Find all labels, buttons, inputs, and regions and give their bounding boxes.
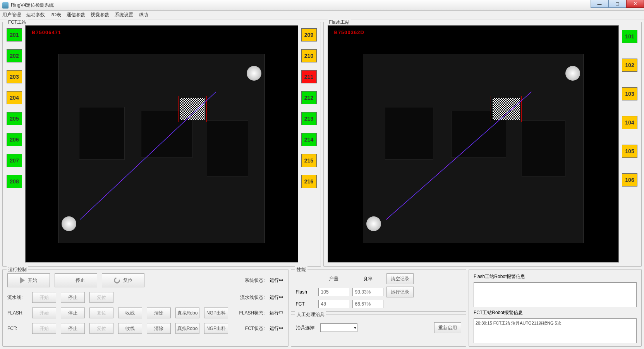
qr-highlight-icon	[178, 96, 207, 122]
indicator-204[interactable]: 204	[7, 91, 22, 104]
line-status-value: 运行中	[270, 294, 283, 301]
fct-shouxian-button[interactable]: 收线	[118, 323, 142, 334]
indicator-101[interactable]: 101	[622, 30, 637, 43]
fct-serial: B75006471	[32, 29, 61, 35]
run-record-button[interactable]: 运行记录	[386, 287, 414, 297]
manual-legend: 人工处理治具	[295, 311, 326, 318]
flash-status-label: FLASH状态:	[239, 310, 265, 316]
app-icon	[2, 2, 9, 9]
maximize-button[interactable]: ▢	[608, 0, 626, 8]
fct-alarm-label: FCT工站Robot报警信息	[474, 309, 637, 316]
flash-rate: 93.33%	[352, 288, 383, 296]
titlebar: RingV4定位检测系统 — ▢ ✕	[0, 0, 644, 11]
fct-status-value: 运行中	[270, 325, 283, 332]
fct-camera-view[interactable]: B75006471	[25, 25, 298, 263]
fct-qty: 48	[318, 300, 349, 308]
menu-motion[interactable]: 运动参数	[26, 12, 45, 18]
menu-vision[interactable]: 视觉参数	[91, 12, 109, 18]
line-status-label: 流水线状态:	[240, 294, 264, 301]
flash-alarm-label: Flash工站Robot报警信息	[474, 273, 637, 280]
indicator-104[interactable]: 104	[622, 116, 637, 129]
fct-robo-button[interactable]: 真拟Robo	[175, 323, 199, 334]
indicator-201[interactable]: 201	[7, 28, 22, 41]
pcb-image	[363, 54, 584, 243]
indicator-213[interactable]: 213	[301, 112, 317, 125]
indicator-202[interactable]: 202	[7, 49, 22, 62]
run-legend: 运行控制	[7, 266, 28, 273]
fct-legend: FCT工站	[7, 19, 28, 26]
restart-button[interactable]: 重新启用	[434, 322, 461, 333]
clear-record-button[interactable]: 清空记录	[386, 273, 414, 284]
fct-start-button[interactable]: 开始	[32, 323, 56, 334]
indicator-210[interactable]: 210	[301, 49, 317, 62]
indicator-207[interactable]: 207	[7, 154, 22, 167]
fct-clear-button[interactable]: 清除	[147, 323, 171, 334]
reset-button[interactable]: 复位	[102, 273, 144, 287]
close-button[interactable]: ✕	[626, 0, 644, 8]
flash-status-value: 运行中	[270, 310, 283, 316]
flash-start-button[interactable]: 开始	[32, 308, 56, 318]
flash-station: Flash工站 B7500362D 101102103104105106	[323, 22, 642, 267]
pcb-image	[58, 54, 265, 243]
performance-panel: 性能 产量 良率 清空记录 Flash 105 93.33% 运行记录 FCT …	[291, 269, 466, 312]
play-icon	[20, 277, 25, 283]
qty-header: 产量	[318, 276, 349, 282]
menu-help[interactable]: 帮助	[139, 12, 148, 18]
indicator-209[interactable]: 209	[301, 28, 317, 41]
flash-serial: B7500362D	[334, 29, 364, 35]
perf-flash-label: Flash	[296, 289, 315, 295]
system-status-value: 运行中	[270, 277, 283, 284]
flash-robo-button[interactable]: 真拟Robo	[175, 308, 199, 318]
start-button[interactable]: 开始	[7, 273, 50, 287]
line-stop-button[interactable]: 停止	[61, 292, 85, 303]
line-label: 流水线:	[7, 294, 27, 301]
indicator-212[interactable]: 212	[301, 91, 317, 104]
flash-shouxian-button[interactable]: 收线	[118, 308, 142, 318]
fct-ngp-button[interactable]: NGP出料	[204, 323, 228, 334]
fixture-select[interactable]	[320, 323, 357, 332]
menu-system[interactable]: 系统设置	[115, 12, 133, 18]
fixture-select-label: 治具选择:	[296, 325, 316, 331]
fct-left-indicators: 201202203204205206207208	[7, 25, 22, 263]
indicator-214[interactable]: 214	[301, 133, 317, 146]
minimize-button[interactable]: —	[591, 0, 608, 8]
indicator-106[interactable]: 106	[622, 173, 637, 187]
flash-alarm-box[interactable]	[474, 282, 637, 307]
line-reset-button[interactable]: 复位	[89, 292, 113, 303]
window-title: RingV4定位检测系统	[11, 2, 54, 9]
indicator-206[interactable]: 206	[7, 133, 22, 146]
flash-stop-button[interactable]: 停止	[61, 308, 85, 318]
fct-status-label: FCT状态:	[245, 325, 265, 332]
window-buttons: — ▢ ✕	[591, 0, 644, 8]
fct-alarm-box[interactable]: 20:39:15 FCT工站 治具AUTO211连续NG 5次	[474, 318, 637, 343]
reset-icon	[113, 276, 121, 285]
fct-rate: 66.67%	[352, 300, 383, 308]
run-control-panel: 运行控制 开始 停止 复位 系统状态: 运行中 流水线: 开始 停止 复位 流水…	[2, 269, 289, 347]
flash-clear-button[interactable]: 清除	[147, 308, 171, 318]
indicator-211[interactable]: 211	[301, 70, 317, 83]
rate-header: 良率	[352, 276, 383, 282]
indicator-215[interactable]: 215	[301, 154, 317, 167]
perf-legend: 性能	[295, 266, 307, 273]
perf-fct-label: FCT	[296, 301, 315, 307]
indicator-216[interactable]: 216	[301, 175, 317, 188]
menu-user[interactable]: 用户管理	[2, 12, 21, 18]
indicator-208[interactable]: 208	[7, 175, 22, 188]
indicator-203[interactable]: 203	[7, 70, 22, 83]
indicator-102[interactable]: 102	[622, 59, 637, 72]
stop-button[interactable]: 停止	[55, 273, 97, 287]
fct-stop-button[interactable]: 停止	[61, 323, 85, 334]
menubar: 用户管理 运动参数 I/O表 通信参数 视觉参数 系统设置 帮助	[0, 11, 644, 19]
flash-camera-view[interactable]: B7500362D	[328, 25, 619, 263]
menu-comm[interactable]: 通信参数	[67, 12, 85, 18]
flash-ngp-button[interactable]: NGP出料	[204, 308, 228, 318]
indicator-205[interactable]: 205	[7, 112, 22, 125]
fct-label: FCT:	[7, 326, 27, 331]
qr-highlight-icon	[491, 96, 522, 122]
indicator-103[interactable]: 103	[622, 87, 637, 100]
menu-io[interactable]: I/O表	[50, 12, 61, 18]
indicator-105[interactable]: 105	[622, 145, 637, 158]
fct-reset-button[interactable]: 复位	[89, 323, 113, 334]
line-start-button[interactable]: 开始	[32, 292, 56, 303]
flash-reset-button[interactable]: 复位	[89, 308, 113, 318]
